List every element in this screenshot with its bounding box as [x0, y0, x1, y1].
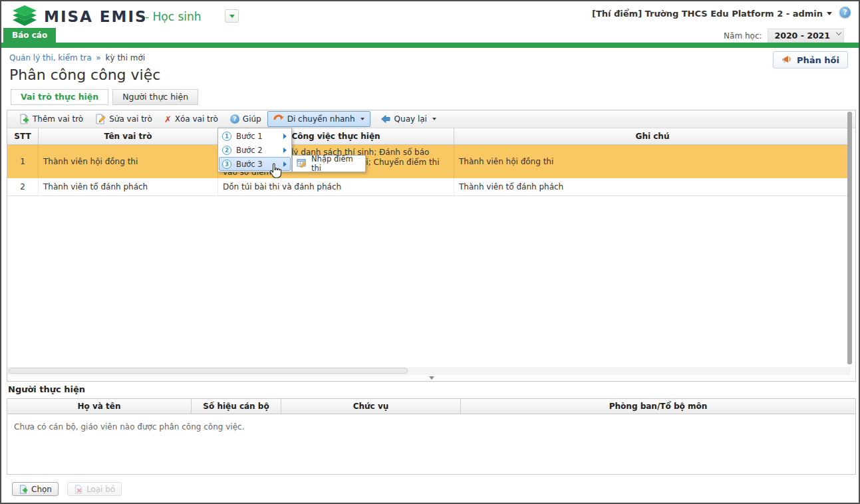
breadcrumb-current: kỳ thi mới [106, 53, 146, 63]
edit-role-button[interactable]: Sửa vai trò [89, 111, 158, 127]
submenu-arrow-icon [283, 148, 287, 153]
remove-button[interactable]: Loại bỏ [67, 482, 122, 496]
row-ten-vai-tro: Thành viên tổ đánh phách [39, 178, 218, 195]
circled-number-icon: 1 [222, 132, 231, 141]
page-title: Phân công công việc [9, 66, 160, 83]
table-row[interactable]: 2 Thành viên tổ đánh phách Dồn túi bài t… [7, 178, 851, 196]
table-edit-icon [297, 159, 306, 168]
row-ghi-chu: Thành viên tổ đánh phách [454, 178, 851, 195]
submenu-arrow-icon [283, 162, 287, 167]
assignees-title: Người thực hiện [8, 384, 85, 394]
circled-number-icon: 2 [222, 146, 231, 155]
col-so-hieu-can-bo[interactable]: Số hiệu cán bộ [192, 399, 281, 414]
brand-title: MISA EMIS [44, 8, 148, 25]
delete-role-button[interactable]: ✗ Xóa vai trò [158, 112, 224, 126]
feedback-label: Phản hồi [797, 55, 839, 65]
account-name: [Thí điểm] Trường THCS Edu Platform 2 - … [592, 9, 823, 19]
tab-vai-tro-thuc-hien[interactable]: Vai trò thực hiện [11, 89, 108, 105]
school-year-value: 2020 - 2021 [775, 31, 830, 41]
submenu-arrow-icon [283, 134, 287, 139]
menu-item-buoc-3[interactable]: 3 Bước 3 [219, 157, 291, 171]
breadcrumb-separator: » [96, 53, 100, 63]
col-ghi-chu[interactable]: Ghi chú [454, 128, 851, 144]
col-phong-ban[interactable]: Phòng ban/Tổ bộ môn [461, 399, 855, 414]
edit-role-label: Sửa vai trò [109, 114, 152, 124]
chevron-down-icon [229, 15, 235, 18]
breadcrumb-parent-link[interactable]: Quản lý thi, kiểm tra [9, 53, 92, 63]
delete-role-label: Xóa vai trò [175, 114, 218, 124]
delete-x-icon: ✗ [164, 115, 172, 124]
back-arrow-icon [380, 114, 391, 124]
add-role-button[interactable]: Thêm vai trò [13, 111, 89, 127]
quick-move-arrow-icon [273, 114, 284, 124]
module-name: - Học sinh [145, 10, 202, 23]
panel-splitter[interactable] [7, 375, 855, 381]
row-ghi-chu: Thành viên hội đồng thi [454, 145, 851, 178]
feedback-button[interactable]: Phản hồi [773, 51, 848, 68]
horizontal-scrollbar[interactable] [7, 367, 851, 375]
table-row[interactable]: 1 Thành viên hội đồng thi Tạo kỳ thi; Qu… [7, 145, 851, 178]
chevron-down-icon [836, 30, 841, 35]
vertical-scrollbar[interactable] [847, 112, 852, 364]
menu-item-label: Bước 1 [236, 132, 283, 141]
choose-label: Chọn [31, 485, 52, 494]
submenu-item-nhap-diem-thi[interactable]: Nhập điểm thi [293, 156, 364, 171]
chevron-down-icon [827, 12, 832, 15]
top-header: MISA EMIS - Học sinh [Thí điểm] Trường T… [1, 1, 859, 28]
menu-item-buoc-2[interactable]: 2 Bước 2 [219, 143, 291, 157]
app-window: MISA EMIS - Học sinh [Thí điểm] Trường T… [0, 0, 860, 504]
quick-move-submenu: Nhập điểm thi [292, 155, 366, 172]
school-year-picker: Năm học: 2020 - 2021 [724, 29, 844, 43]
assignees-actions: Chọn Loại bỏ [12, 482, 122, 496]
circled-number-icon: 3 [222, 160, 231, 169]
brand-divider-bar [1, 43, 859, 48]
col-ho-va-ten[interactable]: Họ và tên [7, 399, 192, 414]
row-stt: 2 [7, 178, 39, 195]
tab-bao-cao[interactable]: Báo cáo [3, 28, 56, 43]
help-label: Giúp [243, 114, 261, 124]
breadcrumb: Quản lý thi, kiểm tra » kỳ thi mới [9, 53, 145, 63]
page-add-icon [19, 485, 28, 494]
roles-table-header: STT Tên vai trò Công việc thực hiện Ghi … [7, 128, 851, 145]
collapse-button[interactable] [419, 376, 444, 380]
menu-item-buoc-1[interactable]: 1 Bước 1 [219, 129, 291, 143]
misa-emis-logo-icon [9, 4, 40, 28]
account-menu[interactable]: [Thí điểm] Trường THCS Edu Platform 2 - … [592, 9, 832, 19]
add-role-label: Thêm vai trò [33, 114, 83, 124]
col-ten-vai-tro[interactable]: Tên vai trò [39, 128, 218, 144]
scrollbar-thumb[interactable] [9, 368, 408, 374]
quick-move-menu: 1 Bước 1 2 Bước 2 3 Bước 3 [217, 128, 292, 172]
help-circle-icon: ? [230, 114, 239, 124]
page-add-icon [19, 114, 29, 124]
back-label: Quay lại [394, 114, 427, 124]
help-icon[interactable]: ? [839, 7, 851, 18]
tab-nguoi-thuc-hien[interactable]: Người thực hiện [112, 89, 198, 105]
chevron-down-icon [432, 118, 436, 120]
page-edit-icon [95, 114, 106, 124]
row-cong-viec: Dồn túi bài thi và đánh phách [218, 178, 454, 195]
col-stt[interactable]: STT [7, 128, 39, 144]
row-stt: 1 [7, 145, 39, 178]
assignees-table: Họ và tên Số hiệu cán bộ Chức vụ Phòng b… [7, 398, 856, 475]
roles-grid-panel: Thêm vai trò Sửa vai trò ✗ Xóa vai trò ?… [7, 110, 856, 382]
remove-label: Loại bỏ [86, 485, 115, 494]
module-dropdown-button[interactable] [225, 9, 239, 23]
quick-move-button[interactable]: Di chuyển nhanh [267, 111, 370, 127]
chevron-down-icon [360, 118, 364, 120]
back-button[interactable]: Quay lại [374, 111, 442, 127]
menu-item-label: Bước 2 [236, 146, 283, 155]
view-tabs: Vai trò thực hiện Người thực hiện [11, 89, 198, 105]
row-ten-vai-tro: Thành viên hội đồng thi [39, 145, 218, 178]
menu-item-label: Bước 3 [236, 160, 283, 169]
help-button[interactable]: ? Giúp [224, 112, 267, 126]
empty-state-message: Chưa có cán bộ, giáo viên nào được phân … [7, 414, 855, 440]
school-year-select[interactable]: 2020 - 2021 [768, 29, 844, 43]
megaphone-icon [782, 55, 792, 65]
col-chuc-vu[interactable]: Chức vụ [281, 399, 461, 414]
choose-button[interactable]: Chọn [12, 482, 59, 496]
roles-toolbar: Thêm vai trò Sửa vai trò ✗ Xóa vai trò ?… [7, 110, 855, 128]
school-year-label: Năm học: [724, 31, 762, 41]
quick-move-label: Di chuyển nhanh [287, 114, 355, 124]
submenu-item-label: Nhập điểm thi [311, 154, 364, 173]
assignees-table-header: Họ và tên Số hiệu cán bộ Chức vụ Phòng b… [7, 399, 855, 414]
